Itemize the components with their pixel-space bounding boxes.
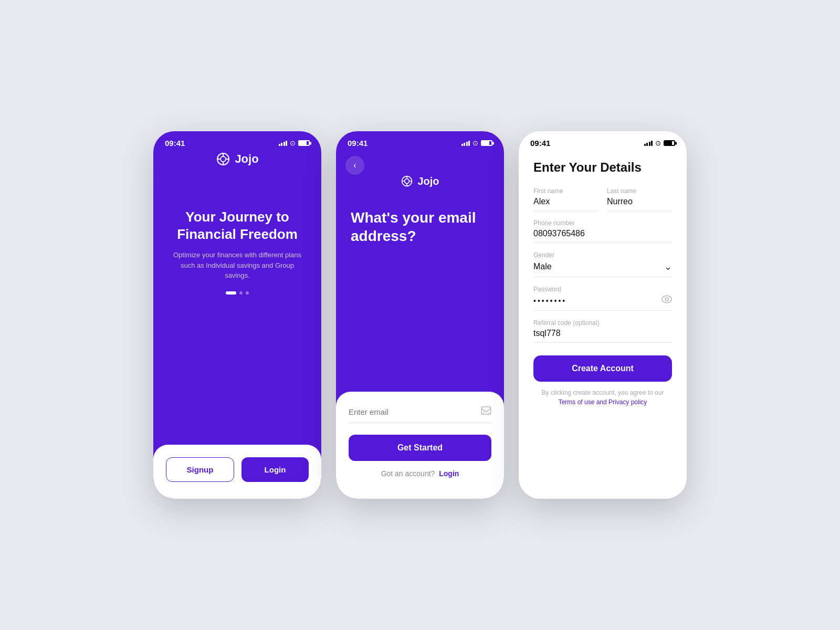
dot-3 <box>246 291 249 295</box>
email-question: What's your email address? <box>351 208 489 245</box>
login-link[interactable]: Login <box>439 469 459 478</box>
screen-welcome: 09:41 ⊙ <box>153 131 321 499</box>
signal-icon-2 <box>461 141 470 146</box>
dot-1 <box>226 291 236 295</box>
svg-point-7 <box>405 179 410 184</box>
screen3-body: Enter Your Details First name Alex Last … <box>519 152 687 428</box>
logo-area-1: Jojo <box>216 152 258 166</box>
status-icons-1: ⊙ <box>279 139 310 147</box>
dot-2 <box>239 291 243 295</box>
hero-content: Your Journey to Financial Freedom Optimi… <box>168 208 307 281</box>
terms-text: By clicking create account, you agree to… <box>533 388 672 407</box>
name-row: First name Alex Last name Nurreo <box>533 187 672 219</box>
last-name-value: Nurreo <box>607 197 672 211</box>
email-icon <box>481 406 491 417</box>
gender-label: Gender <box>533 251 672 259</box>
logo-text-2: Jojo <box>417 175 439 187</box>
logo-area-2: Jojo <box>336 175 504 187</box>
screen-email: 09:41 ⊙ ‹ <box>336 131 504 499</box>
wifi-icon-3: ⊙ <box>655 139 661 147</box>
last-name-group: Last name Nurreo <box>607 187 672 211</box>
referral-value: tsql778 <box>533 329 672 343</box>
hero-subtitle: Optimize your finances with different pl… <box>173 250 301 281</box>
screen1-body: Jojo Your Journey to Financial Freedom O… <box>153 152 321 281</box>
logo-icon-2 <box>401 175 413 187</box>
svg-point-13 <box>662 296 671 302</box>
gender-text: Male <box>533 262 552 271</box>
pagination-dots <box>153 281 321 300</box>
status-bar-1: 09:41 ⊙ <box>153 131 321 152</box>
have-account-text: Got an account? <box>381 469 435 478</box>
logo-icon-1 <box>216 152 230 166</box>
phone-group: Phone number 08093765486 <box>533 219 672 243</box>
create-account-button[interactable]: Create Account <box>533 355 672 382</box>
screen2-footer: Get Started Got an account? Login <box>336 392 504 499</box>
status-icons-2: ⊙ <box>461 139 493 147</box>
time-3: 09:41 <box>530 139 550 148</box>
terms-link[interactable]: Terms of use and Privacy policy <box>559 398 647 406</box>
status-bar-3: 09:41 ⊙ <box>519 131 687 152</box>
login-button-1[interactable]: Login <box>242 457 309 482</box>
phone-value: 08093765486 <box>533 229 672 243</box>
phone-label: Phone number <box>533 219 672 227</box>
password-group: Password •••••••• <box>533 286 672 311</box>
first-name-group: First name Alex <box>533 187 598 211</box>
signal-icon-3 <box>644 141 653 146</box>
wifi-icon-2: ⊙ <box>472 139 478 147</box>
login-prompt: Got an account? Login <box>349 469 491 478</box>
logo-text-1: Jojo <box>235 152 258 166</box>
battery-icon-1 <box>298 140 310 146</box>
battery-icon-3 <box>664 140 675 146</box>
email-input[interactable] <box>349 407 481 416</box>
password-dots: •••••••• <box>533 297 566 305</box>
password-label: Password <box>533 286 672 293</box>
chevron-down-icon[interactable]: ⌄ <box>664 261 672 272</box>
get-started-button[interactable]: Get Started <box>349 435 491 461</box>
signal-icon-1 <box>279 141 288 146</box>
password-value: •••••••• <box>533 295 672 311</box>
terms-prefix: By clicking create account, you agree to… <box>542 389 664 396</box>
wifi-icon-1: ⊙ <box>290 139 296 147</box>
gender-value: Male ⌄ <box>533 261 672 277</box>
screens-container: 09:41 ⊙ <box>153 131 687 499</box>
eye-icon[interactable] <box>662 295 672 306</box>
svg-point-14 <box>665 298 668 301</box>
referral-group: Referral code (optional) tsql778 <box>533 319 672 343</box>
details-title: Enter Your Details <box>533 160 672 175</box>
gender-group: Gender Male ⌄ <box>533 251 672 277</box>
referral-label: Referral code (optional) <box>533 319 672 327</box>
email-input-wrapper <box>349 406 491 423</box>
screen-details: 09:41 ⊙ Enter Your Details First name Al… <box>519 131 687 499</box>
first-name-value: Alex <box>533 197 598 211</box>
back-button[interactable]: ‹ <box>345 156 364 175</box>
last-name-label: Last name <box>607 187 672 195</box>
svg-point-1 <box>220 156 226 162</box>
battery-icon-2 <box>481 140 492 146</box>
screen2-body: What's your email address? <box>336 203 504 286</box>
first-name-label: First name <box>533 187 598 195</box>
screen1-footer: Signup Login <box>153 445 321 499</box>
status-bar-2: 09:41 ⊙ <box>336 131 504 152</box>
status-icons-3: ⊙ <box>644 139 676 147</box>
time-1: 09:41 <box>165 139 185 148</box>
hero-title: Your Journey to Financial Freedom <box>173 208 301 243</box>
signup-button[interactable]: Signup <box>166 457 234 482</box>
time-2: 09:41 <box>348 139 368 148</box>
